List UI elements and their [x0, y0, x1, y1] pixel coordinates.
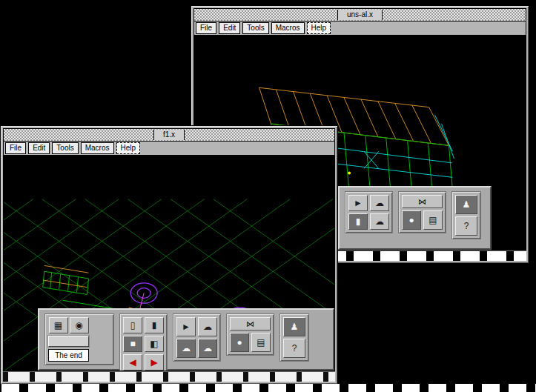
eye-icon: ◉: [75, 321, 82, 330]
ghost-icon: ☁: [182, 344, 191, 353]
pages-icon: ▤: [257, 338, 265, 347]
bottom-filmstrip[interactable]: [0, 384, 536, 392]
menu-item-tools[interactable]: Tools: [242, 22, 268, 34]
cylinder-tool-button[interactable]: ▯: [123, 317, 142, 333]
ghost-dark-button[interactable]: ☁: [176, 339, 196, 358]
arrow-left-button[interactable]: ◀: [123, 354, 142, 371]
f1-title: f1.x: [153, 130, 185, 140]
back-toolgroup-render: ⋈ ● ▤: [398, 191, 446, 233]
spray-icon: ►: [354, 199, 363, 207]
back-toolbar: ► ☁ ▮ ☁ ⋈ ● ▤ ♟ ?: [338, 186, 492, 250]
sphere-icon: ●: [408, 216, 414, 225]
front-toolgroup-primitives: ▯ ▮ ■ ◧ ◀ ▶: [119, 313, 168, 371]
lamp-icon: ☁: [375, 217, 384, 226]
arrow-right-icon: ▶: [150, 358, 157, 367]
sphere-icon: ●: [236, 338, 242, 347]
front-toolgroup-render: ⋈ ● ▤: [226, 313, 274, 356]
front-toolgroup-help: ♟ ?: [279, 313, 309, 362]
sphere-render-button[interactable]: ●: [402, 210, 421, 230]
f1-titlebar[interactable]: f1.x: [3, 128, 335, 142]
cube-tool-button[interactable]: ▮: [145, 317, 164, 333]
cube-icon: ▮: [356, 217, 361, 226]
pages-icon: ▤: [429, 216, 437, 225]
lamp-icon: ☁: [203, 344, 212, 353]
pages-button[interactable]: ▤: [423, 210, 443, 230]
question-icon: ?: [292, 344, 297, 353]
split-square-icon: ◧: [150, 339, 158, 348]
lamp-tool-button[interactable]: ☁: [370, 213, 389, 230]
grid-tool-button[interactable]: ▦: [49, 317, 68, 333]
solid-square-icon: ■: [130, 339, 135, 348]
front-toolgroup-select: ► ☁ ☁ ☁: [173, 313, 221, 362]
spray-icon: ►: [182, 322, 191, 331]
cylinder-icon: ▯: [130, 321, 136, 330]
menu-item-edit[interactable]: Edit: [28, 142, 50, 154]
f1-menubar: File Edit Tools Macros Help: [3, 142, 335, 156]
ghost-tool-button[interactable]: ☁: [198, 317, 217, 336]
back-toolgroup-select: ► ☁ ▮ ☁: [345, 191, 393, 233]
ghost-tool-button[interactable]: ☁: [370, 195, 389, 211]
ghost-icon: ☁: [203, 322, 212, 331]
uns-al-menubar: File Edit Tools Macros Help: [193, 21, 526, 36]
cube-icon: ▮: [152, 321, 157, 330]
window-f1: f1.x File Edit Tools Macros Help: [0, 125, 338, 385]
bowtie-button[interactable]: ⋈: [230, 317, 271, 330]
menu-item-edit[interactable]: Edit: [219, 22, 240, 34]
camera-man-icon: ♟: [291, 322, 299, 331]
bowtie-icon: ⋈: [418, 197, 426, 207]
camera-man-icon: ♟: [463, 200, 471, 209]
front-filmstrip[interactable]: [3, 371, 335, 382]
menu-item-macros[interactable]: Macros: [271, 22, 305, 34]
split-square-button[interactable]: ◧: [145, 336, 164, 352]
f1-viewport[interactable]: ▦ ◉ The end ▯ ▮ ■ ◧ ◀ ▶ ► ☁ ☁: [3, 156, 335, 371]
camera-man-button[interactable]: ♟: [455, 195, 477, 214]
desktop: uns-al.x File Edit Tools Macros Help: [0, 0, 536, 392]
solid-square-button[interactable]: ■: [123, 336, 142, 352]
spray-tool-button[interactable]: ►: [348, 195, 368, 211]
uns-al-title: uns-al.x: [337, 10, 383, 20]
pages-button[interactable]: ▤: [251, 333, 271, 352]
arrow-left-icon: ◀: [129, 358, 136, 367]
question-button[interactable]: ?: [455, 216, 477, 236]
blank-wide-button[interactable]: [48, 336, 89, 347]
menu-item-help[interactable]: Help: [116, 142, 141, 154]
menu-item-file[interactable]: File: [196, 22, 216, 34]
front-toolgroup-main: ▦ ◉ The end: [44, 313, 114, 365]
grid-icon: ▦: [54, 321, 62, 330]
menu-item-macros[interactable]: Macros: [81, 142, 114, 154]
menu-item-file[interactable]: File: [5, 142, 26, 154]
spray-tool-button[interactable]: ►: [176, 317, 196, 336]
question-button[interactable]: ?: [283, 339, 305, 358]
bowtie-icon: ⋈: [246, 319, 254, 329]
uns-al-titlebar[interactable]: uns-al.x: [193, 8, 526, 21]
bowtie-button[interactable]: ⋈: [402, 195, 443, 208]
sphere-render-button[interactable]: ●: [230, 333, 249, 352]
the-end-button[interactable]: The end: [48, 349, 89, 362]
front-toolbar: ▦ ◉ The end ▯ ▮ ■ ◧ ◀ ▶ ► ☁ ☁: [38, 308, 334, 371]
back-toolgroup-help: ♟ ?: [451, 191, 481, 239]
camera-man-button[interactable]: ♟: [283, 317, 305, 336]
eye-tool-button[interactable]: ◉: [70, 317, 89, 333]
ghost-icon: ☁: [375, 199, 384, 207]
lamp-tool-button[interactable]: ☁: [198, 339, 217, 358]
arrow-right-button[interactable]: ▶: [145, 354, 164, 371]
menu-item-help[interactable]: Help: [307, 22, 331, 34]
menu-item-tools[interactable]: Tools: [52, 142, 78, 154]
question-icon: ?: [464, 222, 469, 230]
cube-tool-button[interactable]: ▮: [348, 213, 368, 230]
